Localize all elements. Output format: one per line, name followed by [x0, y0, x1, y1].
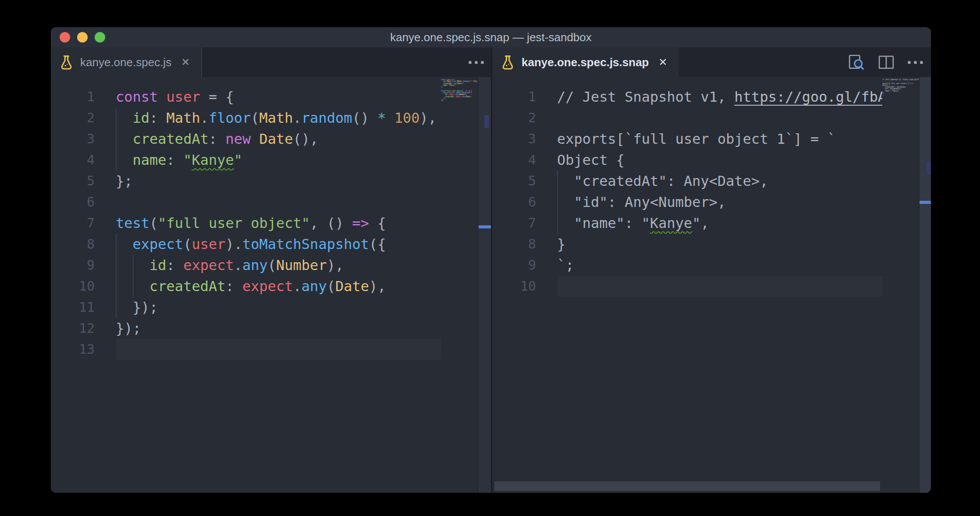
line-number[interactable]: 9 [51, 255, 116, 276]
line-number[interactable]: 4 [492, 149, 557, 171]
code-line[interactable]: 7test("full user object", () => { [51, 213, 491, 234]
code-line[interactable]: 4 name: "Kanye" [51, 149, 491, 171]
code-line[interactable]: 13 [51, 339, 491, 360]
minimize-window-button[interactable] [77, 32, 88, 43]
code-line[interactable]: 3 createdAt: new Date(), [51, 128, 491, 149]
line-number[interactable]: 1 [492, 86, 557, 107]
tab-label: kanye.one.spec.js.snap [522, 56, 649, 69]
editor-pane-snapshot: kanye.one.spec.js.snap ✕ [492, 47, 931, 493]
right-minimap[interactable]: // Jest Snapshot v1, https://goo.gl/fbAQ… [882, 78, 919, 493]
code-line[interactable]: 5}; [51, 171, 491, 192]
cursor-position-marker [479, 225, 491, 228]
traffic-lights [51, 32, 105, 43]
line-number[interactable]: 4 [51, 149, 116, 171]
code-line[interactable]: 5 "createdAt": Any<Date>, [492, 171, 931, 192]
line-number[interactable]: 12 [51, 318, 116, 339]
code-editor-spec[interactable]: 1const user = {2 id: Math.floor(Math.ran… [51, 77, 491, 493]
line-number[interactable]: 6 [492, 192, 557, 213]
left-code-lines: 1const user = {2 id: Math.floor(Math.ran… [51, 86, 491, 360]
flask-icon [502, 55, 514, 70]
close-tab-icon[interactable]: ✕ [657, 55, 669, 69]
line-number[interactable]: 11 [51, 297, 116, 318]
window-title: kanye.one.spec.js.snap — jest-sandbox [51, 31, 931, 44]
code-line[interactable]: 1// Jest Snapshot v1, https://goo.gl/fbA… [492, 86, 931, 107]
tab-label: kanye.one.spec.js [80, 56, 171, 69]
line-number[interactable]: 13 [51, 339, 116, 360]
code-line[interactable]: 3exports[`full user object 1`] = ` [492, 128, 931, 149]
code-line[interactable]: 9`; [492, 255, 931, 276]
open-preview-icon[interactable] [847, 54, 865, 71]
right-overview-ruler[interactable] [919, 77, 931, 493]
code-line[interactable]: 6 [51, 192, 491, 213]
code-line[interactable]: 6 "id": Any<Number>, [492, 192, 931, 213]
code-line[interactable]: 10 createdAt: expect.any(Date), [51, 276, 491, 297]
code-line[interactable]: 4Object { [492, 149, 931, 171]
left-overview-ruler[interactable] [478, 77, 491, 493]
line-number[interactable]: 2 [492, 107, 557, 128]
code-line[interactable]: 9 id: expect.any(Number), [51, 255, 491, 276]
line-number[interactable]: 2 [51, 107, 116, 128]
line-number[interactable]: 5 [492, 171, 557, 192]
more-actions-icon[interactable] [908, 61, 923, 64]
line-number[interactable]: 7 [492, 213, 557, 234]
right-toolbar [847, 47, 923, 77]
code-line[interactable]: 2 [492, 107, 931, 128]
cursor-position-marker [920, 201, 931, 204]
code-editor-snapshot[interactable]: 1// Jest Snapshot v1, https://goo.gl/fbA… [492, 77, 931, 493]
titlebar: kanye.one.spec.js.snap — jest-sandbox [51, 27, 931, 47]
line-number[interactable]: 5 [51, 171, 116, 192]
flask-icon [60, 55, 72, 70]
right-tabbar: kanye.one.spec.js.snap ✕ [492, 47, 931, 77]
horizontal-scrollbar[interactable] [494, 481, 880, 491]
zoom-window-button[interactable] [95, 32, 105, 43]
line-number[interactable]: 7 [51, 213, 116, 234]
code-line[interactable]: 7 "name": "Kanye", [492, 213, 931, 234]
code-line[interactable]: 12}); [51, 318, 491, 339]
line-number[interactable]: 10 [492, 276, 557, 297]
line-number[interactable]: 3 [51, 128, 116, 149]
line-number[interactable]: 9 [492, 255, 557, 276]
right-minimap-content: // Jest Snapshot v1, https://goo.gl/fbAQ… [882, 78, 919, 97]
scroll-marker [927, 161, 931, 174]
split-editor-icon[interactable] [878, 55, 895, 70]
close-tab-icon[interactable]: ✕ [179, 55, 192, 69]
line-number[interactable]: 6 [51, 192, 116, 213]
more-actions-icon[interactable] [469, 47, 484, 77]
line-number[interactable]: 3 [492, 128, 557, 149]
code-line[interactable]: 10 [492, 276, 931, 297]
code-line[interactable]: 2 id: Math.floor(Math.random() * 100), [51, 107, 491, 128]
code-line[interactable]: 11 }); [51, 297, 491, 318]
code-line[interactable]: 1const user = { [51, 86, 491, 107]
line-number[interactable]: 8 [492, 234, 557, 255]
left-tabbar: kanye.one.spec.js ✕ [51, 47, 491, 77]
line-number[interactable]: 1 [51, 86, 116, 107]
tab-kanye-one-spec-js[interactable]: kanye.one.spec.js ✕ [51, 47, 202, 77]
line-number[interactable]: 8 [51, 234, 116, 255]
left-minimap-content: const user = { id: Math.floor(Math.rando… [441, 78, 478, 103]
editor-pane-spec: kanye.one.spec.js ✕ 1const user = {2 id:… [51, 47, 491, 493]
line-number[interactable]: 10 [51, 276, 116, 297]
code-line[interactable]: 8} [492, 234, 931, 255]
left-minimap[interactable]: const user = { id: Math.floor(Math.rando… [441, 78, 478, 493]
tab-kanye-one-spec-js-snap[interactable]: kanye.one.spec.js.snap ✕ [492, 47, 679, 77]
right-code-lines: 1// Jest Snapshot v1, https://goo.gl/fbA… [492, 86, 931, 297]
close-window-button[interactable] [60, 32, 70, 43]
scroll-marker [484, 115, 489, 128]
app-window: kanye.one.spec.js.snap — jest-sandbox ka… [51, 27, 931, 493]
code-line[interactable]: 8 expect(user).toMatchSnapshot({ [51, 234, 491, 255]
